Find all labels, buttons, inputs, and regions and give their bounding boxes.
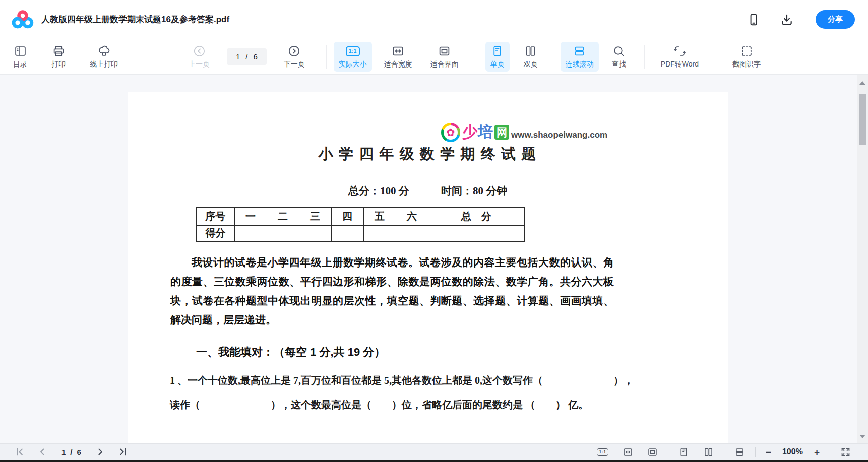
toolbar-separator <box>644 45 645 69</box>
statusbar-view-controls: 1:1 <box>597 447 851 457</box>
fullscreen-button[interactable] <box>840 447 851 457</box>
toolbar-next-page[interactable]: 下一页 <box>279 42 310 72</box>
pdf-toolbar: 目录 打印 线上打印 上一页 1 <box>0 39 868 75</box>
status-bar: 1 / 6 1:1 <box>0 443 868 460</box>
score-table-cell: 五 <box>363 208 396 225</box>
toolbar-toc[interactable]: 目录 <box>8 42 32 72</box>
exam-intro-paragraph: 我设计的试卷是小学四年级上册数学期终试卷。试卷涉及的内容主要包括大数的认识、角的… <box>170 253 614 329</box>
toolbar-pdf-to-word-label: PDF转Word <box>661 60 699 69</box>
actual-size-icon: 1:1 <box>346 44 360 58</box>
toolbar-pdf-to-word[interactable]: PDF转Word <box>656 42 704 72</box>
toolbar-single-page-label: 单页 <box>490 60 505 69</box>
download-button[interactable] <box>780 13 793 26</box>
toolbar-single-page[interactable]: 单页 <box>485 42 510 72</box>
score-table-cell: 得分 <box>196 225 234 241</box>
toolbar-print[interactable]: 打印 <box>46 42 71 72</box>
statusbar-separator <box>755 447 756 457</box>
score-table-cell <box>299 225 331 241</box>
zoom-out-button[interactable]: − <box>766 447 771 457</box>
statusbar-page-total: 6 <box>77 448 81 456</box>
printer-icon <box>52 44 65 58</box>
vertical-scrollbar[interactable] <box>857 75 868 443</box>
exam-title: 小 学 四 年 级 数 学 期 终 试 题 <box>128 144 728 164</box>
toolbar-separator <box>475 45 475 69</box>
toolbar-fit-screen[interactable]: 适合界面 <box>425 42 464 72</box>
score-table-score-row: 得分 <box>196 225 525 241</box>
brand-char-wang: 网 <box>494 125 509 140</box>
toolbar-actual-size[interactable]: 1:1 实际大小 <box>334 42 372 72</box>
statusbar-fit-screen-button[interactable] <box>647 447 658 457</box>
toolbar-double-page[interactable]: 双页 <box>519 42 543 72</box>
title-bar: 人教版四年级上册数学期末试题16及参考答案.pdf 分享 <box>0 0 868 39</box>
score-table-cell: 四 <box>331 208 363 225</box>
statusbar-separator <box>830 447 830 457</box>
statusbar-page-current: 1 <box>61 448 66 456</box>
statusbar-continuous-scroll-button[interactable] <box>734 447 745 457</box>
brand-char-pei: 培 <box>478 122 493 143</box>
score-table-cell: 总 分 <box>428 208 525 225</box>
scrollbar-up-arrow[interactable] <box>859 81 865 85</box>
toolbar-continuous-scroll[interactable]: 连续滚动 <box>561 42 599 72</box>
toolbar-page-divider: / <box>245 52 247 61</box>
next-page-button[interactable] <box>95 447 105 457</box>
zoom-level: 100% <box>782 447 803 456</box>
exam-time-limit: 时间：80 分钟 <box>441 185 507 197</box>
question-1-line-2: 读作（ ），这个数最高位是（ ）位，省略亿后面的尾数约是 （ ） 亿。 <box>170 398 729 412</box>
actual-size-badge: 1:1 <box>346 46 360 56</box>
statusbar-page-nav: 1 / 6 <box>15 447 128 457</box>
toolbar-online-print[interactable]: 线上打印 <box>85 42 123 72</box>
toolbar-find[interactable]: 查找 <box>607 42 631 72</box>
crop-ocr-icon <box>740 44 753 58</box>
section-one-heading: 一、我能填对：（每空 1 分,共 19 分） <box>196 345 385 360</box>
toolbar-ocr[interactable]: 截图识字 <box>727 42 766 72</box>
download-icon <box>780 13 793 26</box>
fullscreen-icon <box>840 447 851 457</box>
toolbar-actual-size-label: 实际大小 <box>339 60 367 69</box>
scrollbar-thumb[interactable] <box>859 94 866 145</box>
toolbar-prev-page[interactable]: 上一页 <box>183 42 215 72</box>
next-page-circle-icon <box>288 44 300 58</box>
mobile-view-button[interactable] <box>747 13 760 27</box>
statusbar-page-divider: / <box>70 448 72 456</box>
score-table-cell <box>234 225 267 241</box>
toolbar-ocr-label: 截图识字 <box>732 60 761 69</box>
toolbar-page-indicator[interactable]: 1 / 6 <box>227 48 267 65</box>
scrollbar-down-arrow[interactable] <box>859 435 865 438</box>
exam-total-score: 总分：100 分 <box>348 185 409 197</box>
share-button[interactable]: 分享 <box>816 10 855 29</box>
fit-width-icon <box>623 447 633 457</box>
shaopeiwang-brand: ✿ 少 培 网 www.shaopeiwang.com <box>441 122 607 143</box>
toolbar-find-label: 查找 <box>612 60 626 69</box>
brand-url: www.shaopeiwang.com <box>511 130 607 140</box>
flower-icon: ✿ <box>441 123 460 142</box>
toolbar-fit-width[interactable]: 适合宽度 <box>379 42 417 72</box>
convert-icon <box>673 44 686 58</box>
last-page-button[interactable] <box>117 447 128 457</box>
toolbar-online-print-label: 线上打印 <box>90 60 118 69</box>
score-table-cell: 六 <box>396 208 428 225</box>
continuous-scroll-icon <box>573 44 586 58</box>
single-page-icon <box>678 447 689 457</box>
statusbar-double-page-button[interactable] <box>703 447 714 457</box>
statusbar-single-page-button[interactable] <box>678 447 689 457</box>
toolbar-print-label: 打印 <box>51 60 66 69</box>
score-table-cell: 二 <box>267 208 299 225</box>
first-page-button[interactable] <box>15 447 25 457</box>
score-table-cell: 三 <box>299 208 331 225</box>
toolbar-separator <box>717 45 717 69</box>
zoom-in-button[interactable]: + <box>814 447 820 457</box>
score-table: 序号 一 二 三 四 五 六 总 分 得分 <box>196 207 525 242</box>
toolbar-toc-label: 目录 <box>13 60 27 69</box>
statusbar-separator <box>668 447 668 457</box>
statusbar-actual-size-button[interactable]: 1:1 <box>597 448 608 456</box>
prev-page-button[interactable] <box>37 447 47 457</box>
score-table-header-row: 序号 一 二 三 四 五 六 总 分 <box>196 208 525 225</box>
score-table-cell <box>428 225 525 241</box>
toolbar-fit-width-label: 适合宽度 <box>384 60 412 69</box>
statusbar-fit-width-button[interactable] <box>623 447 633 457</box>
score-table-cell <box>267 225 299 241</box>
score-table-cell <box>331 225 363 241</box>
window-bottom-edge <box>0 460 868 462</box>
toolbar-continuous-scroll-label: 连续滚动 <box>566 60 594 69</box>
actual-size-icon: 1:1 <box>597 448 608 456</box>
